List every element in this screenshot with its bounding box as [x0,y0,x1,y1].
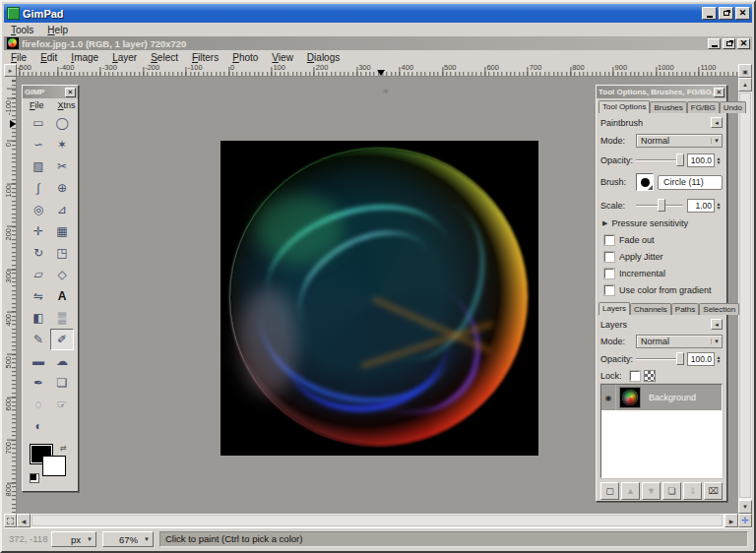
dock-titlebar[interactable]: Tool Options, Brushes, FG/BG, ... ✕ [597,86,726,98]
slider-handle[interactable] [658,199,665,212]
layer-opacity-spinner[interactable]: 100.0 ▲▼ [687,352,723,366]
new-layer-button[interactable]: ▢ [600,482,619,500]
tool-ellipse-select[interactable]: ◯ [50,112,74,134]
tool-measure[interactable]: ⊿ [50,199,74,220]
image-menu-item-view[interactable]: View [265,51,300,64]
tab-paths[interactable]: Paths [671,303,699,315]
tab-fg-bg[interactable]: FG/BG [687,101,720,113]
navigation-button[interactable]: ✛ [738,514,752,527]
scroll-down-button[interactable]: ▼ [738,500,752,514]
unit-select[interactable]: px ▼ [51,531,96,547]
image-menu-item-layer[interactable]: Layer [105,51,144,64]
tool-gradient[interactable]: ▒ [50,307,74,329]
menu-item-tools[interactable]: Tools [4,24,40,36]
panel-menu-button[interactable]: ◄ [711,319,723,330]
slider-handle[interactable] [676,154,684,166]
raise-layer-button[interactable]: ▲ [621,482,640,500]
checkbox-icon[interactable] [604,252,614,262]
brush-preview[interactable] [636,173,654,191]
ruler-corner-button[interactable]: ▸ [4,64,17,77]
tool-perspective[interactable]: ◇ [50,264,74,285]
tool-flip[interactable]: ⇋ [27,285,50,307]
keep-transparency-icon[interactable] [644,370,656,382]
pressure-sensitivity-expander[interactable]: ▶ Pressure sensitivity [602,217,723,229]
tool-rect-select[interactable]: ▭ [27,112,50,134]
tool-airbrush[interactable]: ☁ [50,350,74,372]
tool-shear[interactable]: ▱ [27,264,50,285]
horizontal-scroll-thumb[interactable] [32,515,723,526]
tool-scissors[interactable]: ✂ [50,155,74,177]
layer-opacity-slider[interactable] [636,352,683,366]
image-restore-button[interactable] [723,38,735,49]
tool-text[interactable]: A [50,285,74,307]
tool-convolve[interactable]: ◌ [27,394,50,415]
paint-mode-select[interactable]: Normal ▼ [636,134,723,148]
default-colors-icon[interactable] [30,473,39,483]
opacity-spinner[interactable]: 100.0 ▲▼ [687,154,723,167]
checkbox-icon[interactable] [604,269,614,278]
spinner-arrows-icon[interactable]: ▲▼ [715,154,723,167]
tool-pencil[interactable]: ✎ [27,329,50,350]
image-menu-item-file[interactable]: File [4,51,33,64]
slider-handle[interactable] [676,352,684,365]
option-apply-jitter[interactable]: Apply Jitter [604,250,723,264]
anchor-layer-button[interactable]: ⇓ [683,482,702,500]
brush-name-field[interactable]: Circle (11) [658,175,723,190]
tool-scale[interactable]: ◳ [50,242,74,264]
layer-row-background[interactable]: ◉Background [601,385,722,410]
horizontal-ruler[interactable]: -500-400-300-200-10001002003004005006007… [17,64,738,77]
image-menu-item-photo[interactable]: Photo [225,51,265,64]
lock-checkbox[interactable] [630,371,640,381]
vertical-scrollbar[interactable]: ▣ ▲ ▼ [738,64,752,514]
option-fade-out[interactable]: Fade out [604,233,723,247]
tool-paintbrush[interactable]: ✐ [50,329,74,350]
tool-color-picker[interactable]: ⊕ [50,177,74,199]
tool-eraser[interactable]: ▬ [27,350,50,372]
close-button[interactable]: ✕ [735,7,750,20]
menu-item-help[interactable]: Help [40,24,75,36]
image-menu-item-select[interactable]: Select [144,51,185,64]
image-menu-item-filters[interactable]: Filters [185,51,225,64]
duplicate-layer-button[interactable]: ❏ [662,482,681,500]
tool-fuzzy-select[interactable]: ✶ [50,134,74,155]
tool-dodge-burn[interactable]: ◐ [27,415,50,437]
tab-layers[interactable]: Layers [598,302,630,315]
swap-colors-icon[interactable]: ⇄ [60,444,67,453]
option-incremental[interactable]: Incremental [604,267,723,280]
scroll-up-button[interactable]: ▲ [738,78,752,92]
image-menu-item-image[interactable]: Image [64,51,105,64]
tab-tool-options[interactable]: Tool Options [598,100,650,113]
restore-button[interactable] [719,7,733,20]
main-titlebar[interactable]: GimPad ✕ [4,4,752,23]
layer-mode-select[interactable]: Normal ▼ [636,335,723,348]
scale-slider[interactable] [636,199,683,213]
lower-layer-button[interactable]: ▼ [642,482,661,500]
image-close-button[interactable]: ✕ [737,38,750,49]
image-canvas[interactable] [220,141,538,456]
panel-menu-button[interactable]: ◄ [711,117,723,128]
image-menu-item-edit[interactable]: Edit [33,51,64,64]
scroll-right-button[interactable]: ▶ [724,514,738,527]
tool-select-by-color[interactable]: ▧ [27,155,50,177]
toolbox-menu-item-xtns[interactable]: Xtns [51,99,83,111]
tab-selection[interactable]: Selection [699,303,739,315]
checkbox-icon[interactable] [604,285,614,295]
scale-spinner[interactable]: 1.00 ▲▼ [687,199,723,213]
toolbox-menu-item-file[interactable]: File [23,99,51,111]
vertical-scroll-thumb[interactable] [739,92,751,498]
tool-crop[interactable]: ▦ [50,220,74,242]
image-minimize-button[interactable] [708,38,721,49]
dock-close-button[interactable]: ✕ [714,88,724,97]
horizontal-scrollbar[interactable]: ◀ ▶ [17,514,738,527]
quickmask-toggle-button[interactable] [4,514,17,527]
spinner-arrows-icon[interactable]: ▲▼ [715,352,723,366]
scroll-corner-button[interactable]: ▣ [738,64,752,78]
tab-channels[interactable]: Channels [630,303,671,315]
image-menu-item-dialogs[interactable]: Dialogs [300,51,346,64]
tool-magnify[interactable]: ◎ [27,199,50,220]
minimize-button[interactable] [702,7,717,20]
tool-free-select[interactable]: ∽ [27,134,50,155]
tool-bucket-fill[interactable]: ◧ [27,307,50,329]
tool-paths[interactable]: ∫ [27,177,50,199]
tool-move[interactable]: ✛ [27,220,50,242]
